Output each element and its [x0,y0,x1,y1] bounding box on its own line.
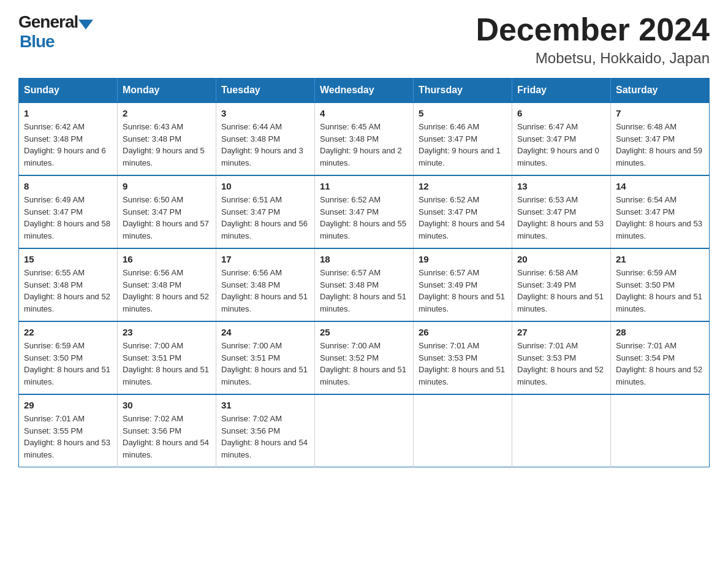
day-number: 24 [221,327,309,337]
day-number: 29 [24,400,112,410]
title-block: December 2024 Mobetsu, Hokkaido, Japan [476,12,710,67]
day-info: Sunrise: 6:44 AM Sunset: 3:48 PM Dayligh… [221,121,309,169]
logo: General Blue [18,12,93,52]
day-info: Sunrise: 6:45 AM Sunset: 3:48 PM Dayligh… [320,121,408,169]
logo-triangle-icon [78,20,93,29]
day-info: Sunrise: 7:02 AM Sunset: 3:56 PM Dayligh… [123,413,211,461]
day-number: 6 [517,108,605,118]
calendar-table: Sunday Monday Tuesday Wednesday Thursday… [18,78,710,467]
table-row [414,394,512,467]
page-title: December 2024 [476,12,710,47]
day-info: Sunrise: 6:49 AM Sunset: 3:47 PM Dayligh… [24,194,112,242]
day-info: Sunrise: 6:50 AM Sunset: 3:47 PM Dayligh… [123,194,211,242]
day-info: Sunrise: 6:53 AM Sunset: 3:47 PM Dayligh… [517,194,605,242]
day-info: Sunrise: 6:58 AM Sunset: 3:49 PM Dayligh… [517,267,605,315]
day-number: 30 [123,400,211,410]
table-row: 24 Sunrise: 7:00 AM Sunset: 3:51 PM Dayl… [216,321,315,394]
table-row: 14 Sunrise: 6:54 AM Sunset: 3:47 PM Dayl… [611,175,710,248]
day-number: 7 [616,108,704,118]
col-thursday: Thursday [414,79,512,103]
table-row: 26 Sunrise: 7:01 AM Sunset: 3:53 PM Dayl… [414,321,512,394]
table-row [315,394,414,467]
table-row: 22 Sunrise: 6:59 AM Sunset: 3:50 PM Dayl… [19,321,118,394]
logo-blue-text: Blue [20,32,55,52]
day-info: Sunrise: 7:01 AM Sunset: 3:53 PM Dayligh… [517,340,605,388]
day-info: Sunrise: 6:52 AM Sunset: 3:47 PM Dayligh… [320,194,408,242]
table-row: 21 Sunrise: 6:59 AM Sunset: 3:50 PM Dayl… [611,248,710,321]
day-info: Sunrise: 6:57 AM Sunset: 3:48 PM Dayligh… [320,267,408,315]
table-row: 10 Sunrise: 6:51 AM Sunset: 3:47 PM Dayl… [216,175,315,248]
table-row: 5 Sunrise: 6:46 AM Sunset: 3:47 PM Dayli… [414,102,512,175]
table-row: 12 Sunrise: 6:52 AM Sunset: 3:47 PM Dayl… [414,175,512,248]
day-info: Sunrise: 6:48 AM Sunset: 3:47 PM Dayligh… [616,121,704,169]
day-number: 10 [221,181,309,191]
page-subtitle: Mobetsu, Hokkaido, Japan [476,50,710,67]
day-info: Sunrise: 6:59 AM Sunset: 3:50 PM Dayligh… [24,340,112,388]
day-number: 27 [517,327,605,337]
day-number: 1 [24,108,112,118]
table-row: 15 Sunrise: 6:55 AM Sunset: 3:48 PM Dayl… [19,248,118,321]
day-info: Sunrise: 6:51 AM Sunset: 3:47 PM Dayligh… [221,194,309,242]
day-number: 11 [320,181,408,191]
day-number: 23 [123,327,211,337]
day-info: Sunrise: 6:55 AM Sunset: 3:48 PM Dayligh… [24,267,112,315]
day-number: 21 [616,254,704,264]
table-row: 1 Sunrise: 6:42 AM Sunset: 3:48 PM Dayli… [19,102,118,175]
day-info: Sunrise: 7:02 AM Sunset: 3:56 PM Dayligh… [221,413,309,461]
day-number: 12 [419,181,507,191]
day-number: 8 [24,181,112,191]
table-row: 29 Sunrise: 7:01 AM Sunset: 3:55 PM Dayl… [19,394,118,467]
table-row: 7 Sunrise: 6:48 AM Sunset: 3:47 PM Dayli… [611,102,710,175]
col-saturday: Saturday [611,79,710,103]
table-row: 20 Sunrise: 6:58 AM Sunset: 3:49 PM Dayl… [512,248,611,321]
day-number: 4 [320,108,408,118]
table-row: 30 Sunrise: 7:02 AM Sunset: 3:56 PM Dayl… [118,394,216,467]
col-tuesday: Tuesday [216,79,315,103]
day-number: 19 [419,254,507,264]
table-row: 2 Sunrise: 6:43 AM Sunset: 3:48 PM Dayli… [118,102,216,175]
table-row: 31 Sunrise: 7:02 AM Sunset: 3:56 PM Dayl… [216,394,315,467]
table-row: 4 Sunrise: 6:45 AM Sunset: 3:48 PM Dayli… [315,102,414,175]
day-number: 13 [517,181,605,191]
table-row: 13 Sunrise: 6:53 AM Sunset: 3:47 PM Dayl… [512,175,611,248]
day-info: Sunrise: 6:46 AM Sunset: 3:47 PM Dayligh… [419,121,507,169]
day-number: 31 [221,400,309,410]
day-info: Sunrise: 6:56 AM Sunset: 3:48 PM Dayligh… [123,267,211,315]
day-number: 26 [419,327,507,337]
table-row: 23 Sunrise: 7:00 AM Sunset: 3:51 PM Dayl… [118,321,216,394]
col-wednesday: Wednesday [315,79,414,103]
day-info: Sunrise: 7:00 AM Sunset: 3:51 PM Dayligh… [123,340,211,388]
day-number: 25 [320,327,408,337]
day-info: Sunrise: 7:01 AM Sunset: 3:53 PM Dayligh… [419,340,507,388]
day-info: Sunrise: 7:01 AM Sunset: 3:54 PM Dayligh… [616,340,704,388]
table-row [611,394,710,467]
day-number: 9 [123,181,211,191]
day-info: Sunrise: 7:00 AM Sunset: 3:51 PM Dayligh… [221,340,309,388]
table-row: 28 Sunrise: 7:01 AM Sunset: 3:54 PM Dayl… [611,321,710,394]
day-number: 15 [24,254,112,264]
table-row: 25 Sunrise: 7:00 AM Sunset: 3:52 PM Dayl… [315,321,414,394]
table-row: 18 Sunrise: 6:57 AM Sunset: 3:48 PM Dayl… [315,248,414,321]
day-info: Sunrise: 6:47 AM Sunset: 3:47 PM Dayligh… [517,121,605,169]
logo-general-text: General [18,12,78,32]
day-number: 22 [24,327,112,337]
day-info: Sunrise: 6:59 AM Sunset: 3:50 PM Dayligh… [616,267,704,315]
day-number: 20 [517,254,605,264]
table-row: 6 Sunrise: 6:47 AM Sunset: 3:47 PM Dayli… [512,102,611,175]
col-sunday: Sunday [19,79,118,103]
day-number: 18 [320,254,408,264]
day-info: Sunrise: 7:01 AM Sunset: 3:55 PM Dayligh… [24,413,112,461]
table-row: 17 Sunrise: 6:56 AM Sunset: 3:48 PM Dayl… [216,248,315,321]
col-friday: Friday [512,79,611,103]
day-info: Sunrise: 6:52 AM Sunset: 3:47 PM Dayligh… [419,194,507,242]
table-row: 19 Sunrise: 6:57 AM Sunset: 3:49 PM Dayl… [414,248,512,321]
day-info: Sunrise: 6:54 AM Sunset: 3:47 PM Dayligh… [616,194,704,242]
day-number: 28 [616,327,704,337]
table-row: 11 Sunrise: 6:52 AM Sunset: 3:47 PM Dayl… [315,175,414,248]
day-info: Sunrise: 6:57 AM Sunset: 3:49 PM Dayligh… [419,267,507,315]
day-info: Sunrise: 6:43 AM Sunset: 3:48 PM Dayligh… [123,121,211,169]
table-row: 27 Sunrise: 7:01 AM Sunset: 3:53 PM Dayl… [512,321,611,394]
table-row: 9 Sunrise: 6:50 AM Sunset: 3:47 PM Dayli… [118,175,216,248]
table-row: 8 Sunrise: 6:49 AM Sunset: 3:47 PM Dayli… [19,175,118,248]
calendar-header: Sunday Monday Tuesday Wednesday Thursday… [19,79,710,103]
